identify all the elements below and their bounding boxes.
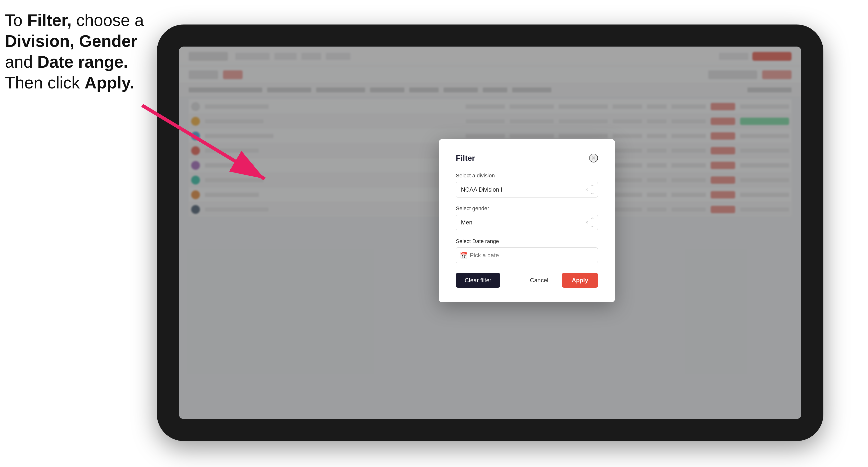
footer-right-buttons: Cancel Apply [521, 273, 598, 288]
division-select-icons: × ⌃⌄ [585, 184, 594, 195]
division-form-group: Select a division NCAA Division I NCAA D… [456, 173, 598, 197]
date-input[interactable] [456, 247, 598, 263]
gender-clear-icon[interactable]: × [585, 219, 588, 226]
cancel-button[interactable]: Cancel [521, 273, 557, 288]
division-select-wrapper: NCAA Division I NCAA Division II NCAA Di… [456, 182, 598, 197]
bold-apply: Apply. [85, 73, 134, 92]
gender-select-wrapper: Men Women × ⌃⌄ [456, 215, 598, 230]
tablet-screen: Filter × Select a division NCAA Division… [179, 46, 801, 419]
filter-modal: Filter × Select a division NCAA Division… [439, 139, 615, 302]
modal-title: Filter [456, 154, 475, 163]
apply-button[interactable]: Apply [562, 273, 598, 288]
date-input-wrapper: 📅 [456, 247, 598, 263]
division-label: Select a division [456, 173, 598, 179]
bold-date-range: Date range. [37, 53, 128, 71]
gender-chevron-icon: ⌃⌄ [590, 217, 594, 228]
close-button[interactable]: × [589, 154, 598, 162]
bold-filter: Filter, [27, 11, 71, 29]
division-select[interactable]: NCAA Division I NCAA Division II NCAA Di… [456, 182, 598, 197]
modal-header: Filter × [456, 154, 598, 163]
tablet-frame: Filter × Select a division NCAA Division… [157, 25, 824, 441]
gender-select-icons: × ⌃⌄ [585, 217, 594, 228]
bold-division-gender: Division, Gender [5, 32, 137, 50]
date-form-group: Select Date range 📅 [456, 238, 598, 263]
modal-overlay: Filter × Select a division NCAA Division… [179, 46, 801, 419]
modal-footer: Clear filter Cancel Apply [456, 273, 598, 288]
gender-select[interactable]: Men Women [456, 215, 598, 230]
division-clear-icon[interactable]: × [585, 186, 588, 193]
date-label: Select Date range [456, 238, 598, 245]
calendar-icon: 📅 [460, 251, 468, 259]
gender-label: Select gender [456, 205, 598, 212]
instruction-block: To Filter, choose a Division, Gender and… [5, 10, 147, 93]
division-chevron-icon: ⌃⌄ [590, 184, 594, 195]
clear-filter-button[interactable]: Clear filter [456, 273, 500, 288]
gender-form-group: Select gender Men Women × ⌃⌄ [456, 205, 598, 230]
